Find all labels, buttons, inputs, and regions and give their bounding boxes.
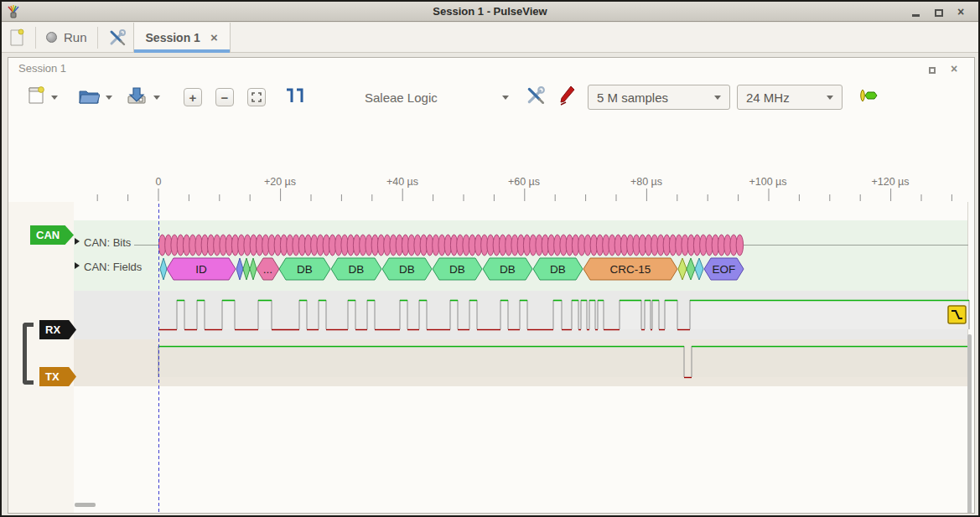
svg-text:+120 µs: +120 µs xyxy=(871,176,909,188)
run-state-icon xyxy=(46,32,57,43)
separator xyxy=(35,27,36,49)
svg-text:+40 µs: +40 µs xyxy=(386,176,418,188)
panel-float-button[interactable] xyxy=(926,62,939,75)
row-label-can-bits[interactable]: CAN: Bits xyxy=(84,236,131,249)
zoom-fit-icon xyxy=(251,92,262,102)
device-selector[interactable]: Saleae Logic xyxy=(365,90,509,105)
session-panel: Session 1 × xyxy=(8,57,975,514)
rx-band xyxy=(74,291,967,339)
row-expander-icon[interactable] xyxy=(75,262,80,269)
maximize-button[interactable] xyxy=(931,5,946,18)
titlebar: Session 1 - PulseView × xyxy=(2,2,978,22)
run-label: Run xyxy=(64,30,87,44)
trace-view[interactable]: 0+20 µs+40 µs+60 µs+80 µs+100 µs+120 µsI… xyxy=(8,115,974,513)
svg-text:0: 0 xyxy=(156,176,162,188)
pulseview-window: Session 1 - PulseView × Run Se xyxy=(0,0,980,517)
trigger-pulses-icon xyxy=(284,87,306,104)
decoder-tag-can[interactable]: CAN xyxy=(30,225,74,245)
zoom-fit-button[interactable] xyxy=(247,88,266,106)
main-toolbar: Run Session 1 × xyxy=(2,23,978,53)
window-title: Session 1 - PulseView xyxy=(2,5,978,18)
save-button[interactable] xyxy=(126,85,148,109)
device-dropdown-caret xyxy=(502,96,509,100)
session-tab-label: Session 1 xyxy=(146,31,200,44)
row-expander-icon[interactable] xyxy=(75,238,80,245)
decoder-icon xyxy=(858,88,879,103)
channels-button[interactable] xyxy=(526,85,546,109)
time-ruler[interactable]: 0+20 µs+40 µs+60 µs+80 µs+100 µs+120 µs xyxy=(97,176,951,201)
sample-rate-value: 24 MHz xyxy=(746,90,790,105)
settings-button[interactable] xyxy=(101,24,133,51)
minimize-button[interactable] xyxy=(908,5,923,18)
add-decoder-button[interactable] xyxy=(858,88,879,106)
sample-rate-caret xyxy=(827,96,833,100)
zoom-in-button[interactable]: + xyxy=(184,88,202,106)
device-label: Saleae Logic xyxy=(365,90,438,105)
new-session-button[interactable] xyxy=(2,24,32,51)
horizontal-scrollbar-thumb[interactable] xyxy=(75,503,96,507)
run-button[interactable]: Run xyxy=(39,24,94,51)
vertical-scrollbar-thumb[interactable] xyxy=(967,334,972,513)
svg-text:+80 µs: +80 µs xyxy=(630,176,662,188)
new-document-icon xyxy=(27,85,45,106)
tools-icon xyxy=(108,28,127,47)
channel-tag-rx[interactable]: RX xyxy=(39,320,76,339)
tx-band xyxy=(74,339,967,386)
close-button[interactable]: × xyxy=(953,5,968,18)
session-tab[interactable]: Session 1 × xyxy=(133,23,231,53)
new-document-icon xyxy=(8,28,25,47)
panel-header: Session 1 × xyxy=(8,58,974,78)
open-file-button[interactable] xyxy=(78,86,100,108)
sample-count-caret xyxy=(714,96,721,100)
svg-text:+20 µs: +20 µs xyxy=(264,176,296,188)
open-dropdown-caret[interactable] xyxy=(106,96,112,100)
panel-title: Session 1 xyxy=(18,62,66,75)
separator xyxy=(97,27,98,49)
sample-rate-select[interactable]: 24 MHz xyxy=(737,85,843,110)
label-gutter xyxy=(8,202,74,513)
save-icon xyxy=(126,85,148,106)
zoom-out-button[interactable]: − xyxy=(215,88,234,106)
channel-tag-tx[interactable]: TX xyxy=(39,367,76,386)
save-dropdown-caret[interactable] xyxy=(153,96,160,100)
panel-toolbar: + − Saleae Logic xyxy=(8,80,974,115)
row-label-can-fields[interactable]: CAN: Fields xyxy=(84,261,142,273)
tab-close-icon[interactable]: × xyxy=(210,30,218,44)
channel-group-bracket[interactable] xyxy=(23,323,34,385)
svg-text:+60 µs: +60 µs xyxy=(508,176,540,188)
trigger-settings-button[interactable] xyxy=(284,87,306,107)
new-file-dropdown-caret[interactable] xyxy=(51,96,58,100)
probe-icon xyxy=(557,85,576,106)
open-folder-icon xyxy=(78,86,100,105)
sample-count-value: 5 M samples xyxy=(597,90,668,105)
new-file-button[interactable] xyxy=(27,85,45,109)
svg-text:+100 µs: +100 µs xyxy=(749,176,786,188)
panel-close-button[interactable]: × xyxy=(947,62,961,75)
decoder-band xyxy=(74,220,967,291)
probe-button[interactable] xyxy=(557,85,576,110)
tools-icon xyxy=(526,85,546,106)
sample-count-select[interactable]: 5 M samples xyxy=(588,85,730,110)
